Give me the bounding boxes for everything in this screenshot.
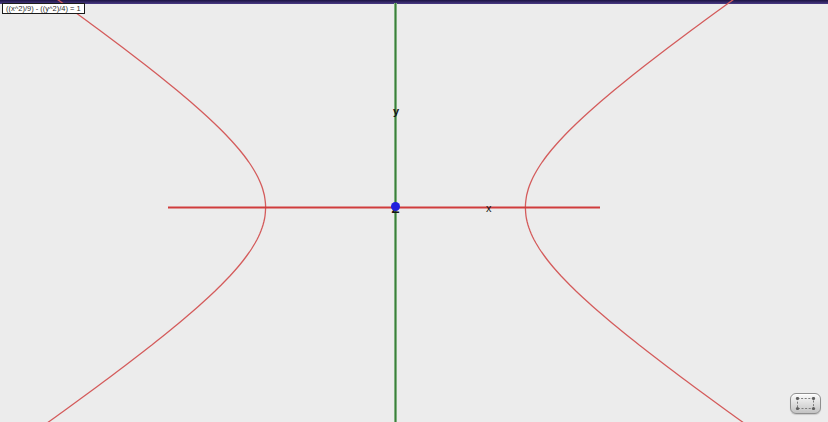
graph-canvas[interactable]: xyZ: [0, 0, 828, 422]
x-axis-label: x: [486, 202, 492, 214]
fit-view-button[interactable]: [790, 393, 821, 414]
equation-tag-text: ((x^2)/9) - ((y^2)/4) = 1: [6, 4, 81, 13]
hyperbola-left-branch[interactable]: [47, 0, 266, 422]
equation-tag[interactable]: ((x^2)/9) - ((y^2)/4) = 1: [2, 3, 85, 14]
hyperbola-right-branch[interactable]: [525, 0, 744, 422]
y-axis-label: y: [393, 105, 400, 117]
zoom-to-fit-icon: [795, 397, 816, 410]
plot-area: xyZ: [0, 0, 828, 422]
origin-point[interactable]: [391, 202, 400, 211]
